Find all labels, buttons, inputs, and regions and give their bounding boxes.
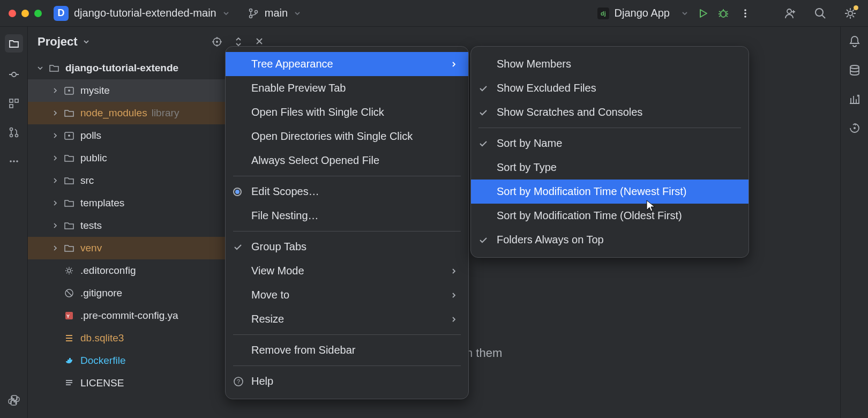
python-console-button[interactable] xyxy=(7,393,21,407)
code-with-me-icon[interactable] xyxy=(783,6,797,20)
select-opened-file-icon[interactable] xyxy=(211,36,223,48)
menu-item-label: Sort by Name xyxy=(497,137,562,150)
svg-point-5 xyxy=(744,9,746,11)
chevron-right-icon xyxy=(50,109,60,117)
menu-separator xyxy=(233,231,461,232)
menu-item-label: File Nesting… xyxy=(251,210,319,222)
svg-point-18 xyxy=(10,160,12,162)
project-name-label: django-tutorial-extended-main xyxy=(74,7,216,19)
menu-separator xyxy=(233,176,461,176)
close-window-button[interactable] xyxy=(9,10,16,17)
menu-item[interactable]: Show Scratches and Consoles xyxy=(471,100,749,124)
svg-point-15 xyxy=(10,128,12,131)
settings-icon[interactable] xyxy=(843,6,857,20)
menu-item[interactable]: File Nesting… xyxy=(226,204,468,228)
more-tools-button[interactable] xyxy=(7,154,21,168)
svg-point-9 xyxy=(815,9,823,16)
menu-item[interactable]: Edit Scopes… xyxy=(226,180,468,204)
menu-item-label: Group Tabs xyxy=(251,241,306,253)
chevron-right-icon xyxy=(50,244,60,252)
menu-item-label: Show Members xyxy=(497,58,571,70)
git-branch-dropdown[interactable]: main xyxy=(248,7,302,19)
svg-point-8 xyxy=(787,9,791,13)
svg-rect-12 xyxy=(10,99,13,102)
tree-item-label: src xyxy=(80,175,94,186)
chevron-down-icon[interactable] xyxy=(82,38,91,46)
menu-item[interactable]: Show Excluded Files xyxy=(471,76,749,100)
folder-icon xyxy=(63,85,75,96)
menu-separator xyxy=(233,365,461,366)
project-badge: D xyxy=(54,6,69,21)
menu-item[interactable]: Open Files with Single Click xyxy=(226,100,468,124)
folder-icon xyxy=(63,153,75,163)
svg-point-16 xyxy=(10,135,12,137)
menu-item-label: Show Scratches and Consoles xyxy=(497,106,642,118)
debug-button[interactable] xyxy=(717,7,730,20)
svg-point-10 xyxy=(848,11,852,16)
tree-item-label: Dockerfile xyxy=(80,355,125,367)
menu-item-label: Folders Always on Top xyxy=(497,234,604,246)
svg-point-32 xyxy=(854,127,856,129)
chevron-right-icon xyxy=(50,87,60,94)
check-icon xyxy=(478,139,488,148)
svg-point-1 xyxy=(249,15,252,18)
menu-item[interactable]: Sort by Modification Time (Oldest First) xyxy=(471,204,749,228)
chevron-right-icon xyxy=(50,199,60,207)
menu-item[interactable]: Sort by Name xyxy=(471,131,749,155)
panel-title: Project xyxy=(38,35,78,49)
menu-item[interactable]: Group Tabs xyxy=(226,235,468,259)
chevron-down-icon xyxy=(293,9,302,18)
menu-item[interactable]: Sort by Type xyxy=(471,155,749,180)
svg-point-27 xyxy=(68,269,71,272)
database-button[interactable] xyxy=(848,63,862,77)
menu-item[interactable]: Open Directories with Single Click xyxy=(226,124,468,148)
menu-item-label: Tree Appearance xyxy=(251,58,333,70)
project-name-dropdown[interactable]: django-tutorial-extended-main xyxy=(74,7,216,19)
menu-item[interactable]: ?Help xyxy=(226,369,468,393)
pull-requests-tool-button[interactable] xyxy=(7,125,21,139)
sciview-button[interactable] xyxy=(848,92,862,106)
structure-tool-button[interactable] xyxy=(7,96,21,110)
menu-item[interactable]: Resize xyxy=(226,307,468,331)
svg-point-6 xyxy=(744,12,746,14)
svg-point-7 xyxy=(744,16,746,18)
search-icon[interactable] xyxy=(813,6,827,20)
chevron-down-icon xyxy=(222,9,230,18)
commit-tool-button[interactable] xyxy=(7,68,21,81)
menu-item[interactable]: Sort by Modification Time (Newest First) xyxy=(471,180,749,204)
menu-item[interactable]: Folders Always on Top xyxy=(471,228,749,252)
menu-item-label: Open Files with Single Click xyxy=(251,106,384,118)
maximize-window-button[interactable] xyxy=(34,10,42,17)
more-actions-button[interactable] xyxy=(739,8,751,19)
chevron-down-icon xyxy=(35,64,45,72)
window-controls xyxy=(9,10,42,17)
tree-item-suffix: library xyxy=(152,107,179,119)
file-icon xyxy=(63,333,75,343)
radio-icon xyxy=(233,188,242,196)
menu-item-label: Open Directories with Single Click xyxy=(251,130,413,143)
minimize-window-button[interactable] xyxy=(21,10,29,17)
right-tool-rail xyxy=(840,27,868,418)
folder-icon xyxy=(63,130,75,141)
check-icon xyxy=(233,242,243,252)
svg-point-31 xyxy=(850,65,859,69)
menu-item[interactable]: Tree Appearance xyxy=(226,52,468,76)
menu-item[interactable]: Always Select Opened File xyxy=(226,148,468,173)
project-tool-button[interactable] xyxy=(5,34,23,53)
menu-item[interactable]: View Mode xyxy=(226,259,468,283)
run-button[interactable] xyxy=(697,7,709,20)
menu-item[interactable]: Move to xyxy=(226,283,468,307)
menu-item-label: Sort by Type xyxy=(497,161,557,174)
menu-item[interactable]: Show Members xyxy=(471,52,749,76)
menu-item[interactable]: Remove from Sidebar xyxy=(226,338,468,362)
chevron-right-icon xyxy=(50,132,60,139)
notifications-button[interactable] xyxy=(848,34,862,48)
file-icon: Y xyxy=(63,311,75,320)
tree-item-label: mysite xyxy=(80,85,110,96)
svg-point-20 xyxy=(16,160,18,162)
menu-item[interactable]: Enable Preview Tab xyxy=(226,76,468,100)
svg-point-22 xyxy=(216,41,218,43)
run-config-dropdown[interactable]: dj Django App xyxy=(597,7,689,19)
endpoints-button[interactable] xyxy=(848,121,862,135)
svg-point-19 xyxy=(13,160,15,162)
